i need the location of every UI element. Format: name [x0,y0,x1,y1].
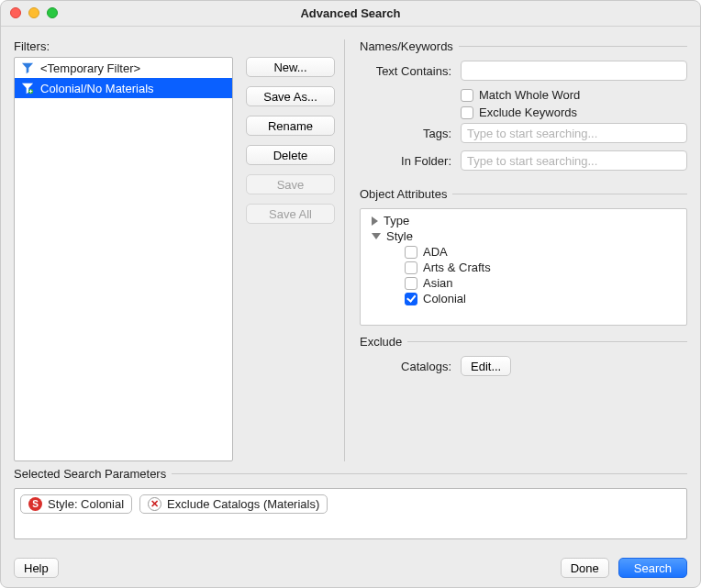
exclude-legend: Exclude [360,335,407,349]
filter-item-label: <Temporary Filter> [40,61,140,75]
option-label: ADA [423,245,448,259]
close-icon[interactable] [10,7,21,18]
exclude-keywords-label: Exclude Keywords [479,105,577,119]
checkbox[interactable] [405,261,417,274]
criteria-panel: Names/Keywords Text Contains: Match Whol… [360,39,687,461]
rename-button[interactable]: Rename [246,116,335,136]
style-option-asian[interactable]: Asian [366,275,681,291]
checkbox[interactable] [405,246,417,259]
save-button: Save [246,174,335,194]
names-keywords-group: Names/Keywords Text Contains: Match Whol… [360,39,687,178]
tree-node-label: Type [384,214,409,227]
names-keywords-legend: Names/Keywords [360,39,459,53]
style-option-ada[interactable]: ADA [366,244,681,260]
advanced-search-window: Advanced Search Filters: <Temporary Filt… [0,0,701,588]
option-label: Asian [423,276,453,290]
object-attributes-group: Object Attributes Type Style ADA [360,187,687,326]
titlebar: Advanced Search [1,1,700,27]
new-button[interactable]: New... [246,57,335,77]
checkbox[interactable] [405,277,417,290]
filter-item-label: Colonial/No Materials [40,82,154,95]
window-controls [10,7,58,18]
param-pill-style[interactable]: S Style: Colonial [20,494,132,514]
filter-item-temporary[interactable]: <Temporary Filter> [15,58,232,78]
content: Filters: <Temporary Filter> [1,27,700,587]
save-all-button: Save All [246,204,335,224]
match-whole-word-row[interactable]: Match Whole Word [461,88,687,102]
text-contains-input[interactable] [461,61,687,81]
exclude-keywords-checkbox[interactable] [461,106,473,119]
tags-input[interactable] [461,123,687,143]
minimize-icon[interactable] [28,7,39,18]
exclude-group: Exclude Catalogs: Edit... [360,335,687,383]
exclude-keywords-row[interactable]: Exclude Keywords [461,105,687,119]
param-pill-label: Exclude Catalogs (Materials) [167,497,319,511]
help-button[interactable]: Help [14,558,59,578]
catalogs-label: Catalogs: [360,360,461,373]
object-attributes-legend: Object Attributes [360,187,452,201]
in-folder-input[interactable] [461,150,687,171]
save-as-button[interactable]: Save As... [246,86,335,106]
footer: Help Done Search [14,549,687,578]
option-label: Colonial [423,292,466,305]
chevron-down-icon[interactable] [372,233,381,239]
style-option-colonial[interactable]: Colonial [366,291,681,306]
delete-button[interactable]: Delete [246,145,335,165]
selected-params-group: Selected Search Parameters S Style: Colo… [14,467,687,539]
attributes-tree[interactable]: Type Style ADA Arts & Crafts [360,208,687,326]
tags-label: Tags: [360,127,461,140]
search-button[interactable]: Search [618,558,687,578]
param-pill-exclude[interactable]: ✕ Exclude Catalogs (Materials) [139,494,328,514]
tree-node-label: Style [386,229,413,243]
funnel-icon [20,61,35,75]
selected-params-legend: Selected Search Parameters [14,467,172,481]
style-option-arts-crafts[interactable]: Arts & Crafts [366,260,681,275]
edit-catalogs-button[interactable]: Edit... [461,356,511,376]
selected-params-box: S Style: Colonial ✕ Exclude Catalogs (Ma… [14,488,687,539]
checkbox-checked[interactable] [405,293,417,305]
zoom-icon[interactable] [47,7,58,18]
filters-label: Filters: [14,39,335,53]
match-whole-word-checkbox[interactable] [461,89,473,102]
text-contains-label: Text Contains: [360,64,461,78]
tree-node-type[interactable]: Type [366,213,681,228]
match-whole-word-label: Match Whole Word [479,88,580,102]
top-area: Filters: <Temporary Filter> [14,39,687,461]
chevron-right-icon[interactable] [372,216,378,226]
funnel-plus-icon [20,81,35,95]
filter-buttons: New... Save As... Rename Delete Save Sav… [239,57,335,461]
tree-node-style[interactable]: Style [366,228,681,244]
in-folder-label: In Folder: [360,154,461,168]
style-badge-icon: S [28,497,42,511]
done-button[interactable]: Done [561,558,609,578]
exclude-badge-icon: ✕ [148,497,161,511]
option-label: Arts & Crafts [423,261,491,274]
param-pill-label: Style: Colonial [48,497,124,511]
filters-panel: Filters: <Temporary Filter> [14,39,335,461]
filters-listbox[interactable]: <Temporary Filter> Colonial/No Materials [14,57,233,461]
window-title: Advanced Search [300,6,400,20]
vertical-divider [344,39,345,461]
filter-item-colonial[interactable]: Colonial/No Materials [15,78,232,98]
